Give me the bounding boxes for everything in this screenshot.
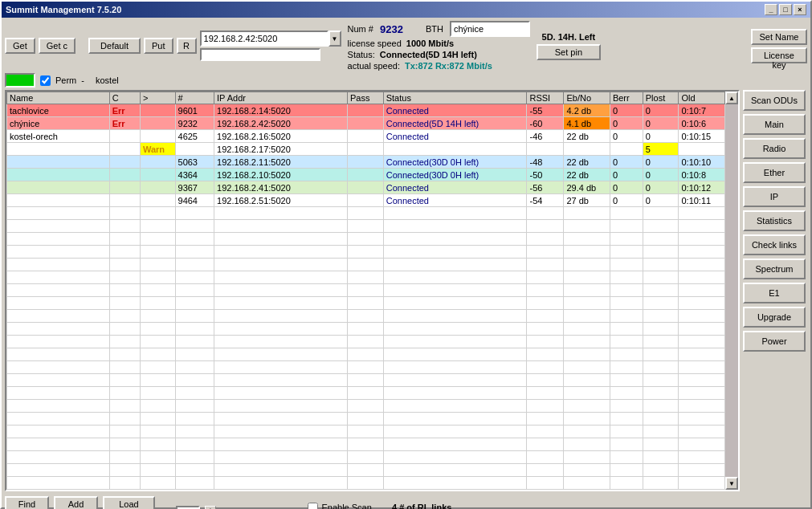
- get-button[interactable]: Get: [5, 38, 35, 54]
- enable-scan-label: Enable Scan: [321, 503, 371, 509]
- scan-section: ▲ ▼ Scan Rate[min] 2: [176, 506, 295, 510]
- table-row[interactable]: [7, 310, 725, 323]
- table-row[interactable]: 4364192.168.2.10:5020Connected(30D 0H le…: [7, 169, 725, 181]
- enable-scan-row: Enable Scan: [308, 503, 379, 510]
- col-berr: Berr: [610, 92, 643, 104]
- table-row[interactable]: 5063192.168.2.11:5020Connected(30D 0H le…: [7, 156, 725, 169]
- perm-dash: -: [81, 75, 84, 85]
- maximize-button[interactable]: □: [779, 4, 792, 15]
- table-row[interactable]: [7, 413, 725, 426]
- minimize-button[interactable]: _: [765, 4, 777, 15]
- num-value: 9232: [380, 23, 403, 35]
- sidebar-e1[interactable]: E1: [743, 283, 806, 303]
- name-input[interactable]: [450, 21, 530, 37]
- table-row[interactable]: [7, 271, 725, 284]
- perm-label: Perm: [55, 75, 76, 85]
- table-row[interactable]: [7, 438, 725, 451]
- set-name-button[interactable]: Set Name: [751, 29, 807, 45]
- col-gt: >: [140, 92, 175, 104]
- combo-dropdown-btn[interactable]: ▼: [328, 31, 341, 47]
- find-button[interactable]: Find: [5, 496, 49, 509]
- toolbar-row: Get Get c Default Put R ▼ Num # 9232: [5, 21, 807, 71]
- scroll-up-btn[interactable]: ▲: [725, 92, 738, 104]
- sidebar-spectrum[interactable]: Spectrum: [743, 259, 806, 279]
- col-name: Name: [7, 92, 110, 104]
- table-row[interactable]: [7, 323, 725, 336]
- table-row[interactable]: [7, 348, 725, 361]
- table-row[interactable]: tachloviceErr9601192.168.2.14:5020Connec…: [7, 104, 725, 117]
- right-buttons: Set Name License key: [751, 29, 807, 63]
- rl-links-section: 4 # of RL links Change NAME to SYS LOCAT…: [392, 503, 541, 509]
- table-row[interactable]: kostel-orech4625192.168.2.16:5020Connect…: [7, 130, 725, 143]
- perm-checkbox[interactable]: [40, 75, 51, 86]
- bottom-row-1: Find Add: [5, 496, 98, 509]
- table-row[interactable]: 9464192.168.2.51:5020Connected-5427 db00…: [7, 194, 725, 207]
- title-bar: Summit Management 7.5.20 _ □ ×: [2, 2, 810, 18]
- bth-label: BTH: [426, 24, 443, 34]
- window-controls: _ □ ×: [765, 4, 806, 15]
- table-row[interactable]: [7, 374, 725, 387]
- set-pin-area: 5D. 14H. Left Set pin: [537, 32, 601, 60]
- col-num: #: [175, 92, 214, 104]
- enable-scan-checkbox[interactable]: [308, 503, 318, 510]
- col-pass: Pass: [348, 92, 384, 104]
- col-c: C: [109, 92, 140, 104]
- address-input[interactable]: [200, 31, 328, 47]
- add-button[interactable]: Add: [54, 496, 98, 509]
- sidebar-main[interactable]: Main: [743, 114, 806, 135]
- r-button[interactable]: R: [177, 38, 197, 54]
- table-row[interactable]: [7, 233, 725, 246]
- status-value: Connected(5D 14H left): [380, 50, 477, 59]
- close-button[interactable]: ×: [794, 4, 806, 15]
- sidebar-ip[interactable]: IP: [743, 186, 806, 207]
- col-plost: Plost: [643, 92, 679, 104]
- main-area: Name C > # IP Addr Pass Status RSSI Eb/N…: [5, 90, 807, 491]
- get-c-button[interactable]: Get c: [39, 38, 75, 54]
- table-row[interactable]: [7, 451, 725, 464]
- col-ip: IP Addr: [214, 92, 348, 104]
- sidebar-scan-odus[interactable]: Scan ODUs: [743, 90, 806, 111]
- load-button[interactable]: Load: [103, 496, 155, 509]
- scroll-track[interactable]: [725, 104, 738, 477]
- set-pin-button[interactable]: Set pin: [537, 44, 601, 60]
- table-row[interactable]: [7, 400, 725, 413]
- sidebar-radio[interactable]: Radio: [743, 138, 806, 159]
- table-row[interactable]: [7, 297, 725, 310]
- table-row[interactable]: [7, 477, 725, 490]
- sidebar-check-links[interactable]: Check links: [743, 234, 806, 255]
- sidebar-upgrade[interactable]: Upgrade: [743, 307, 806, 328]
- table-row[interactable]: [7, 220, 725, 233]
- table-row[interactable]: [7, 387, 725, 400]
- table-row[interactable]: chýniceErr9232192.168.2.42:5020Connected…: [7, 117, 725, 130]
- table-row[interactable]: [7, 464, 725, 477]
- sidebar-ether[interactable]: Ether: [743, 162, 806, 183]
- table-row[interactable]: [7, 284, 725, 297]
- col-rssi: RSSI: [527, 92, 564, 104]
- table-row[interactable]: Warn192.168.2.17:50205: [7, 143, 725, 156]
- table-row[interactable]: [7, 361, 725, 374]
- sidebar-statistics[interactable]: Statistics: [743, 210, 806, 231]
- license-key-button[interactable]: License key: [751, 47, 807, 63]
- put-button[interactable]: Put: [144, 38, 173, 54]
- spin-up-btn[interactable]: ▲: [205, 506, 216, 510]
- time-left-label: 5D. 14H. Left: [542, 32, 596, 42]
- table-row[interactable]: [7, 426, 725, 438]
- rl-links-label: 4 # of RL links: [392, 503, 541, 509]
- vertical-scrollbar: ▲ ▼: [725, 92, 738, 490]
- table-row[interactable]: [7, 336, 725, 348]
- right-sidebar: Scan ODUs Main Radio Ether IP Statistics…: [743, 90, 807, 491]
- table-row[interactable]: [7, 259, 725, 271]
- scroll-down-btn[interactable]: ▼: [725, 477, 738, 490]
- col-old: Old: [679, 92, 725, 104]
- bottom-controls: Find Add Del Edit Load Save ▲ ▼ Scan: [5, 494, 807, 509]
- table-row[interactable]: 9367192.168.2.41:5020Connected-5629.4 db…: [7, 181, 725, 194]
- table-row[interactable]: [7, 207, 725, 220]
- num-label: Num #: [348, 24, 373, 34]
- default-button[interactable]: Default: [88, 38, 141, 54]
- sidebar-power[interactable]: Power: [743, 331, 806, 352]
- table-row[interactable]: [7, 246, 725, 259]
- table-scroll[interactable]: Name C > # IP Addr Pass Status RSSI Eb/N…: [6, 92, 725, 490]
- scan-rate-input[interactable]: [176, 506, 200, 510]
- col-ebno: Eb/No: [564, 92, 610, 104]
- spin-arrows: ▲ ▼: [205, 506, 216, 510]
